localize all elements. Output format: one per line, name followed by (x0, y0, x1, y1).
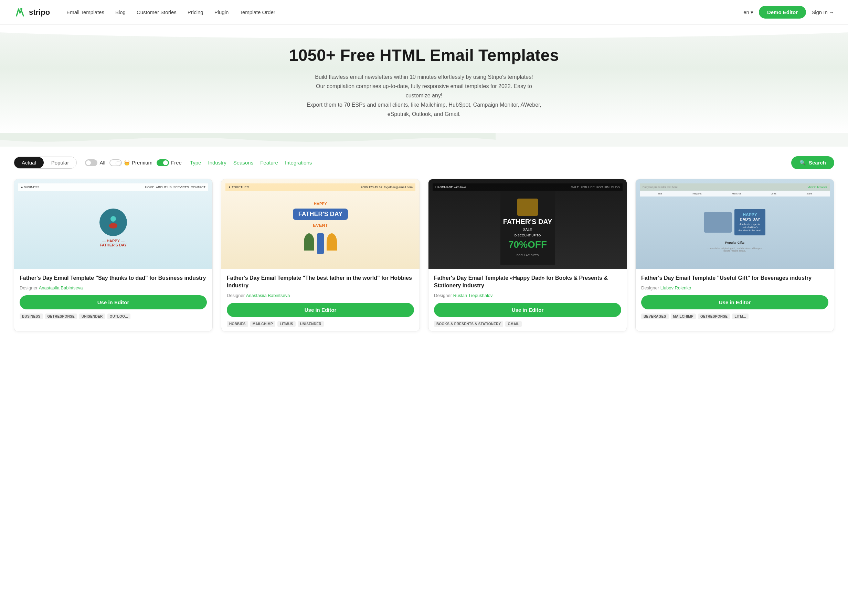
filter-cat-integrations[interactable]: Integrations (285, 160, 312, 166)
template-preview-4: Put your preheader text here View in bro… (636, 179, 834, 269)
fake-sale-text: FATHER'S DAY (503, 218, 552, 226)
logo[interactable]: stripo (14, 6, 50, 19)
language-selector[interactable]: en ▾ (743, 9, 753, 15)
card-title-1: Father's Day Email Template "Say thanks … (19, 274, 207, 282)
designer-name-3: Ruslan Trepukhalov (453, 293, 493, 298)
tag: MAILCHIMP (250, 321, 275, 327)
card-tags-3: BOOKS & PRESENTS & STATIONERY GMAIL (434, 321, 621, 327)
card-designer-3: Designer Ruslan Trepukhalov (434, 293, 621, 298)
use-in-editor-button-4[interactable]: Use in Editor (641, 295, 829, 309)
signin-link[interactable]: Sign In → (811, 9, 834, 15)
fake-nav-links-3: SALE FOR HER FOR HIM BLOG (571, 185, 620, 189)
fake-logo-3: HANDMADE with love (435, 185, 466, 189)
toggle-free[interactable]: Free (157, 159, 182, 166)
template-preview-3: HANDMADE with love SALE FOR HER FOR HIM … (428, 179, 627, 269)
card-title-2: Father's Day Email Template "The best fa… (227, 274, 414, 290)
hero-subtitle-line1: Build flawless email newsletters within … (304, 72, 544, 81)
tag: UNISENDER (298, 321, 324, 327)
use-in-editor-button-1[interactable]: Use in Editor (19, 295, 207, 309)
fake-logo-2: ✦ TOGETHER (228, 185, 249, 189)
search-icon: 🔍 (799, 160, 806, 166)
fake-hero-2: HAPPY FATHER'S DAY EVENT (290, 191, 351, 265)
chevron-down-icon: ▾ (751, 9, 753, 15)
hero-subtitle: Build flawless email newsletters within … (304, 72, 544, 119)
hero-section: 1050+ Free HTML Email Templates Build fl… (0, 25, 848, 133)
nav-link-customer-stories[interactable]: Customer Stories (136, 9, 176, 15)
fake-badge-2: FATHER'S DAY (293, 209, 348, 220)
toggle-premium[interactable]: 👑 Premium (110, 159, 153, 166)
filter-cat-industry[interactable]: Industry (208, 160, 226, 166)
fake-product-img-4 (704, 212, 732, 232)
filter-tab-popular[interactable]: Popular (44, 157, 77, 168)
tag: OUTLOO... (107, 314, 131, 319)
nav-links: Email Templates Blog Customer Stories Pr… (67, 9, 743, 15)
hero-subtitle-line3: Export them to 70 ESPs and email clients… (304, 100, 544, 119)
nav-link-template-order[interactable]: Template Order (240, 9, 275, 15)
fake-circle-1 (99, 209, 127, 236)
use-in-editor-button-3[interactable]: Use in Editor (434, 303, 621, 317)
card-body-2: Father's Day Email Template "The best fa… (221, 269, 420, 332)
filter-cat-type[interactable]: Type (190, 160, 201, 166)
tag: LITMUS (277, 321, 296, 327)
use-in-editor-button-2[interactable]: Use in Editor (227, 303, 414, 317)
nav-link-plugin[interactable]: Plugin (214, 9, 229, 15)
template-card: ● BUSINESS HOME ABOUT US SERVICES CONTAC… (14, 179, 213, 332)
card-body-3: Father's Day Email Template «Happy Dad» … (428, 269, 627, 332)
fake-nav-2: ✦ TOGETHER +000 123 45 67 together@email… (225, 184, 415, 191)
premium-emoji-icon: 👑 (124, 160, 130, 166)
card-body-4: Father's Day Email Template "Useful Gift… (636, 269, 834, 323)
template-card: Put your preheader text here View in bro… (635, 179, 834, 332)
card-tags-1: BUSINESS GETRESPONSE UNISENDER OUTLOO... (19, 314, 207, 319)
toggle-premium-switch[interactable] (110, 159, 122, 166)
filter-tab-actual[interactable]: Actual (14, 157, 44, 168)
nav-link-blog[interactable]: Blog (115, 9, 126, 15)
logo-icon (14, 6, 26, 19)
nav-right: en ▾ Demo Editor Sign In → (743, 6, 834, 19)
template-card: HANDMADE with love SALE FOR HER FOR HIM … (428, 179, 627, 332)
nav-link-pricing[interactable]: Pricing (188, 9, 203, 15)
toggle-free-knob (163, 160, 168, 165)
fake-nav-links-1: HOME ABOUT US SERVICES CONTACT (145, 185, 206, 189)
filter-categories: Type Industry Seasons Feature Integratio… (190, 160, 312, 166)
fake-product-img (517, 198, 538, 216)
toggle-all-switch[interactable] (85, 159, 97, 166)
fake-percent-text: 70%OFF (509, 239, 547, 250)
fake-view-browser-4: View in browser (808, 185, 827, 189)
card-title-4: Father's Day Email Template "Useful Gift… (641, 274, 829, 282)
logo-text: stripo (29, 8, 50, 17)
demo-editor-button[interactable]: Demo Editor (759, 6, 806, 19)
nav-link-email-templates[interactable]: Email Templates (67, 9, 104, 15)
tag: BOOKS & PRESENTS & STATIONERY (434, 321, 503, 327)
fake-logo-1: ● BUSINESS (21, 185, 39, 189)
tag: GETRESPONSE (698, 314, 730, 319)
fake-title-1: — HAPPY —FATHER'S DAY (100, 239, 127, 247)
lang-label: en (743, 9, 749, 15)
preview-content-4: Put your preheader text here View in bro… (636, 179, 834, 269)
fake-nav-3: HANDMADE with love SALE FOR HER FOR HIM … (433, 184, 623, 191)
card-designer-4: Designer Liubov Rolenko (641, 285, 829, 290)
filters-bar: Actual Popular All 👑 Premium Free Type I… (0, 147, 848, 179)
fake-nav-1: ● BUSINESS HOME ABOUT US SERVICES CONTAC… (18, 184, 208, 191)
search-button-label: Search (809, 160, 826, 166)
template-preview-2: ✦ TOGETHER +000 123 45 67 together@email… (221, 179, 420, 269)
preview-content-2: ✦ TOGETHER +000 123 45 67 together@email… (221, 179, 420, 269)
tag: BEVERAGES (641, 314, 669, 319)
filter-cat-seasons[interactable]: Seasons (233, 160, 253, 166)
designer-name-2: Anastasiia Babintseva (246, 293, 290, 298)
template-preview-1: ● BUSINESS HOME ABOUT US SERVICES CONTAC… (14, 179, 212, 269)
filter-cat-feature[interactable]: Feature (260, 160, 278, 166)
navbar: stripo Email Templates Blog Customer Sto… (0, 0, 848, 25)
template-card: ✦ TOGETHER +000 123 45 67 together@email… (221, 179, 420, 332)
wave-divider (0, 133, 848, 147)
fake-nav-4: Put your preheader text here View in bro… (640, 184, 830, 191)
card-title-3: Father's Day Email Template «Happy Dad» … (434, 274, 621, 290)
toggle-free-switch[interactable] (157, 159, 169, 166)
designer-name-1: Anastasiia Babintseva (39, 285, 83, 290)
toggle-all-knob (86, 160, 91, 165)
search-button[interactable]: 🔍 Search (791, 156, 834, 169)
toggle-all[interactable]: All (85, 159, 105, 166)
card-body-1: Father's Day Email Template "Say thanks … (14, 269, 212, 323)
tag: UNISENDER (79, 314, 105, 319)
template-grid: ● BUSINESS HOME ABOUT US SERVICES CONTAC… (0, 179, 848, 352)
tag: BUSINESS (19, 314, 43, 319)
